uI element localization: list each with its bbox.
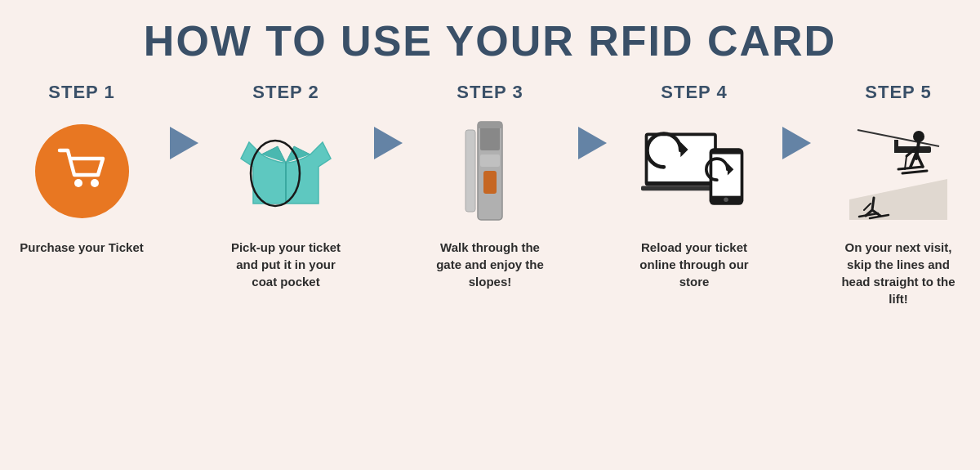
svg-point-19 [724,198,728,203]
gate-icon [449,118,531,224]
step4-icon-container [641,118,747,224]
step5-icon-container [845,118,951,224]
arrow-2 [363,82,412,163]
arrow-chevron-icon-4 [778,123,815,163]
reload-icon [641,122,747,220]
svg-marker-2 [170,127,198,159]
arrow-chevron-icon-2 [370,123,407,163]
step5-description: On your next visit, skip the lines and h… [835,239,962,307]
svg-rect-18 [712,154,740,196]
svg-rect-10 [466,130,475,212]
arrow-chevron-icon-3 [574,123,611,163]
step-2: STEP 2 Pick-up your ticket and put it in… [208,82,363,290]
svg-marker-21 [782,127,811,159]
svg-rect-11 [478,122,502,128]
skier-icon [849,122,947,220]
svg-point-25 [913,131,924,142]
svg-line-29 [898,167,923,169]
svg-line-30 [902,171,927,173]
step3-description: Walk through the gate and enjoy the slop… [427,239,554,290]
arrow-4 [772,82,821,163]
arrow-1 [159,82,208,163]
steps-row: STEP 1 Purchase your Ticket STEP 2 [24,82,956,307]
step-5: STEP 5 [821,82,976,307]
shopping-cart-icon [56,146,109,195]
step1-icon-container [29,118,135,224]
svg-rect-7 [480,126,500,150]
svg-rect-9 [483,171,497,194]
step5-label: STEP 5 [865,82,931,103]
arrow-3 [568,82,617,163]
step2-label: STEP 2 [252,82,318,103]
step2-description: Pick-up your ticket and put it in your c… [223,239,350,290]
arrow-chevron-icon [166,123,203,163]
svg-marker-5 [374,127,403,159]
cart-circle [35,124,129,218]
step3-label: STEP 3 [457,82,523,103]
step4-description: Reload your ticket online through our st… [631,239,758,290]
svg-rect-8 [480,154,500,167]
svg-marker-12 [578,127,607,159]
step-4: STEP 4 R [617,82,772,290]
step1-description: Purchase your Ticket [20,239,143,256]
svg-point-0 [74,179,82,187]
svg-rect-15 [641,186,721,191]
page-title: HOW TO USE YOUR RFID CARD [144,16,836,65]
step-3: STEP 3 Walk through the gate and enjoy t… [412,82,568,290]
step-1: STEP 1 Purchase your Ticket [4,82,159,256]
svg-point-1 [91,179,99,187]
step3-icon-container [437,118,543,224]
svg-rect-24 [894,140,898,153]
step1-label: STEP 1 [48,82,114,103]
step2-icon-container [233,118,339,224]
page-container: HOW TO USE YOUR RFID CARD STEP 1 Purchas… [0,0,980,470]
jacket-icon [233,118,339,224]
step4-label: STEP 4 [661,82,727,103]
